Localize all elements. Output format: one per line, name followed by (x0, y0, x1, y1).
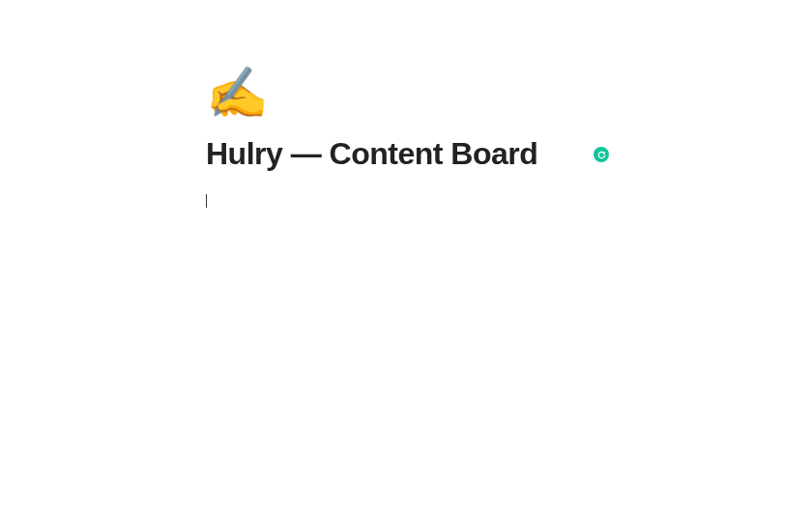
editor-block[interactable] (206, 191, 612, 214)
page-title[interactable]: Hulry — Content Board (206, 135, 612, 172)
page-icon[interactable]: ✍️ (206, 68, 612, 118)
grammarly-icon[interactable] (594, 147, 609, 162)
text-cursor (206, 194, 207, 208)
grammarly-g-icon (597, 151, 606, 159)
page-content: ✍️ Hulry — Content Board (206, 68, 612, 214)
